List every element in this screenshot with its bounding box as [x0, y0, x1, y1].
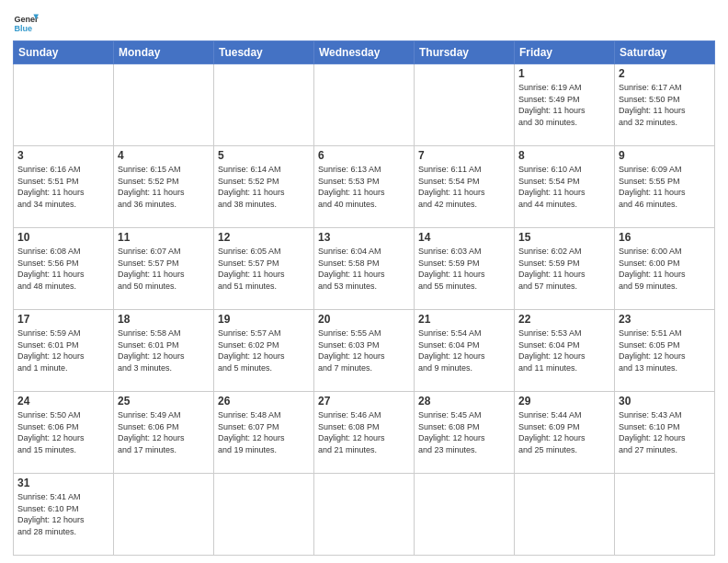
day-number: 9 [619, 149, 711, 162]
week-row-3: 17Sunrise: 5:59 AM Sunset: 6:01 PM Dayli… [14, 310, 715, 392]
day-cell: 28Sunrise: 5:45 AM Sunset: 6:08 PM Dayli… [415, 392, 515, 474]
week-row-0: 1Sunrise: 6:19 AM Sunset: 5:49 PM Daylig… [14, 64, 715, 146]
logo: General Blue [13, 9, 42, 35]
day-cell [114, 64, 214, 146]
day-cell: 14Sunrise: 6:03 AM Sunset: 5:59 PM Dayli… [415, 228, 515, 310]
day-cell: 1Sunrise: 6:19 AM Sunset: 5:49 PM Daylig… [515, 64, 615, 146]
day-cell: 30Sunrise: 5:43 AM Sunset: 6:10 PM Dayli… [615, 392, 715, 474]
day-cell: 7Sunrise: 6:11 AM Sunset: 5:54 PM Daylig… [415, 146, 515, 228]
day-info: Sunrise: 5:49 AM Sunset: 6:06 PM Dayligh… [118, 409, 210, 455]
day-cell: 27Sunrise: 5:46 AM Sunset: 6:08 PM Dayli… [314, 392, 415, 474]
day-cell [14, 64, 114, 146]
day-info: Sunrise: 5:41 AM Sunset: 6:10 PM Dayligh… [17, 491, 109, 537]
day-number: 22 [518, 313, 610, 326]
day-cell: 10Sunrise: 6:08 AM Sunset: 5:56 PM Dayli… [14, 228, 114, 310]
day-number: 10 [17, 231, 109, 244]
day-number: 29 [518, 395, 610, 408]
day-cell: 8Sunrise: 6:10 AM Sunset: 5:54 PM Daylig… [515, 146, 615, 228]
day-cell: 15Sunrise: 6:02 AM Sunset: 5:59 PM Dayli… [515, 228, 615, 310]
day-number: 3 [17, 149, 109, 162]
day-info: Sunrise: 5:51 AM Sunset: 6:05 PM Dayligh… [619, 327, 711, 373]
day-info: Sunrise: 6:19 AM Sunset: 5:49 PM Dayligh… [518, 82, 610, 128]
day-info: Sunrise: 6:14 AM Sunset: 5:52 PM Dayligh… [218, 164, 310, 210]
header: General Blue [13, 9, 715, 35]
day-cell: 20Sunrise: 5:55 AM Sunset: 6:03 PM Dayli… [314, 310, 415, 392]
day-info: Sunrise: 6:08 AM Sunset: 5:56 PM Dayligh… [17, 246, 109, 292]
day-cell: 18Sunrise: 5:58 AM Sunset: 6:01 PM Dayli… [114, 310, 214, 392]
day-info: Sunrise: 5:53 AM Sunset: 6:04 PM Dayligh… [518, 327, 610, 373]
day-cell: 3Sunrise: 6:16 AM Sunset: 5:51 PM Daylig… [14, 146, 114, 228]
svg-text:Blue: Blue [14, 24, 32, 33]
day-number: 19 [218, 313, 310, 326]
header-day-thursday: Thursday [415, 41, 515, 64]
day-cell [515, 474, 615, 556]
header-day-wednesday: Wednesday [314, 41, 415, 64]
day-cell [214, 64, 314, 146]
day-number: 11 [118, 231, 210, 244]
header-day-sunday: Sunday [14, 41, 114, 64]
header-day-saturday: Saturday [615, 41, 715, 64]
day-cell: 23Sunrise: 5:51 AM Sunset: 6:05 PM Dayli… [615, 310, 715, 392]
day-info: Sunrise: 6:17 AM Sunset: 5:50 PM Dayligh… [619, 82, 711, 128]
day-cell: 25Sunrise: 5:49 AM Sunset: 6:06 PM Dayli… [114, 392, 214, 474]
day-cell: 19Sunrise: 5:57 AM Sunset: 6:02 PM Dayli… [214, 310, 314, 392]
day-number: 21 [418, 313, 510, 326]
day-number: 27 [318, 395, 410, 408]
day-number: 6 [318, 149, 410, 162]
day-cell [615, 474, 715, 556]
day-number: 18 [118, 313, 210, 326]
day-number: 30 [619, 395, 711, 408]
day-number: 20 [318, 313, 410, 326]
day-info: Sunrise: 6:05 AM Sunset: 5:57 PM Dayligh… [218, 246, 310, 292]
day-number: 16 [619, 231, 711, 244]
day-number: 5 [218, 149, 310, 162]
day-number: 7 [418, 149, 510, 162]
day-info: Sunrise: 6:00 AM Sunset: 6:00 PM Dayligh… [619, 246, 711, 292]
week-row-5: 31Sunrise: 5:41 AM Sunset: 6:10 PM Dayli… [14, 474, 715, 556]
day-number: 15 [518, 231, 610, 244]
day-number: 14 [418, 231, 510, 244]
day-cell: 9Sunrise: 6:09 AM Sunset: 5:55 PM Daylig… [615, 146, 715, 228]
day-number: 25 [118, 395, 210, 408]
day-info: Sunrise: 6:04 AM Sunset: 5:58 PM Dayligh… [318, 246, 410, 292]
day-info: Sunrise: 5:55 AM Sunset: 6:03 PM Dayligh… [318, 327, 410, 373]
day-cell: 21Sunrise: 5:54 AM Sunset: 6:04 PM Dayli… [415, 310, 515, 392]
page: General Blue SundayMondayTuesdayWednesda… [0, 0, 728, 563]
header-day-tuesday: Tuesday [214, 41, 314, 64]
day-info: Sunrise: 6:02 AM Sunset: 5:59 PM Dayligh… [518, 246, 610, 292]
day-cell: 29Sunrise: 5:44 AM Sunset: 6:09 PM Dayli… [515, 392, 615, 474]
header-day-friday: Friday [515, 41, 615, 64]
day-cell: 17Sunrise: 5:59 AM Sunset: 6:01 PM Dayli… [14, 310, 114, 392]
day-info: Sunrise: 6:16 AM Sunset: 5:51 PM Dayligh… [17, 164, 109, 210]
day-info: Sunrise: 6:13 AM Sunset: 5:53 PM Dayligh… [318, 164, 410, 210]
day-number: 24 [17, 395, 109, 408]
day-info: Sunrise: 5:54 AM Sunset: 6:04 PM Dayligh… [418, 327, 510, 373]
week-row-4: 24Sunrise: 5:50 AM Sunset: 6:06 PM Dayli… [14, 392, 715, 474]
day-cell [415, 474, 515, 556]
day-number: 26 [218, 395, 310, 408]
day-cell: 22Sunrise: 5:53 AM Sunset: 6:04 PM Dayli… [515, 310, 615, 392]
day-number: 31 [17, 477, 109, 489]
day-info: Sunrise: 5:45 AM Sunset: 6:08 PM Dayligh… [418, 409, 510, 455]
day-info: Sunrise: 5:57 AM Sunset: 6:02 PM Dayligh… [218, 327, 310, 373]
day-info: Sunrise: 5:44 AM Sunset: 6:09 PM Dayligh… [518, 409, 610, 455]
day-cell: 13Sunrise: 6:04 AM Sunset: 5:58 PM Dayli… [314, 228, 415, 310]
day-cell [415, 64, 515, 146]
day-number: 13 [318, 231, 410, 244]
day-cell: 12Sunrise: 6:05 AM Sunset: 5:57 PM Dayli… [214, 228, 314, 310]
week-row-2: 10Sunrise: 6:08 AM Sunset: 5:56 PM Dayli… [14, 228, 715, 310]
day-cell: 26Sunrise: 5:48 AM Sunset: 6:07 PM Dayli… [214, 392, 314, 474]
day-number: 2 [619, 67, 711, 80]
day-cell [214, 474, 314, 556]
logo-icon: General Blue [13, 9, 39, 35]
day-info: Sunrise: 6:15 AM Sunset: 5:52 PM Dayligh… [118, 164, 210, 210]
day-info: Sunrise: 5:58 AM Sunset: 6:01 PM Dayligh… [118, 327, 210, 373]
day-info: Sunrise: 5:50 AM Sunset: 6:06 PM Dayligh… [17, 409, 109, 455]
day-info: Sunrise: 6:03 AM Sunset: 5:59 PM Dayligh… [418, 246, 510, 292]
day-info: Sunrise: 6:07 AM Sunset: 5:57 PM Dayligh… [118, 246, 210, 292]
day-info: Sunrise: 5:43 AM Sunset: 6:10 PM Dayligh… [619, 409, 711, 455]
day-cell: 24Sunrise: 5:50 AM Sunset: 6:06 PM Dayli… [14, 392, 114, 474]
day-info: Sunrise: 5:46 AM Sunset: 6:08 PM Dayligh… [318, 409, 410, 455]
day-cell: 31Sunrise: 5:41 AM Sunset: 6:10 PM Dayli… [14, 474, 114, 556]
day-cell [114, 474, 214, 556]
